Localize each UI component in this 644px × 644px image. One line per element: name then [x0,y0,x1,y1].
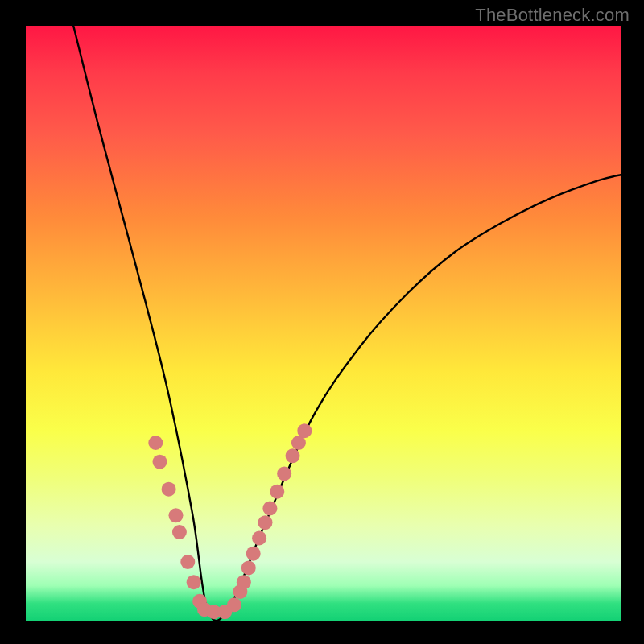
curve-marker [162,482,176,497]
curve-marker [153,455,167,469]
curve-markers [148,423,312,619]
curve-marker [246,547,261,561]
curve-marker [237,575,251,589]
chart-stage: TheBottleneck.com [0,0,644,644]
curve-marker [286,448,300,463]
watermark-text: TheBottleneck.com [475,5,630,26]
curve-marker [297,423,312,438]
plot-area [26,26,621,621]
curve-marker [258,515,272,530]
chart-overlay-svg [26,26,621,621]
curve-marker [172,525,187,539]
curve-marker [277,466,291,481]
curve-marker [227,597,242,612]
curve-marker [242,560,256,575]
bottleneck-curve [73,26,621,621]
curve-marker [270,485,284,499]
curve-marker [148,436,163,450]
curve-marker [187,575,201,589]
curve-marker [252,530,266,545]
curve-marker [168,508,183,522]
curve-marker [262,501,277,515]
curve-marker [180,555,195,569]
